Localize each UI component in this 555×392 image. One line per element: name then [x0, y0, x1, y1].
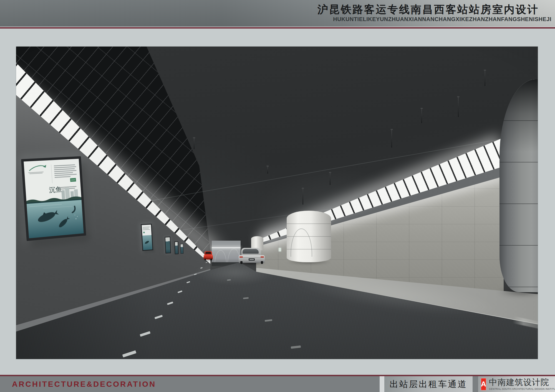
brand-text: ARCHITECTURE&DECORATION — [12, 380, 156, 389]
header-divider-maroon — [0, 27, 555, 29]
institute-names: 中南建筑设计院 CENTRAL-SOUTH ARCHITECTURAL DESI… — [489, 378, 555, 390]
vignette-overlay — [16, 47, 538, 359]
institute-name-en: CENTRAL-SOUTH ARCHITECTURAL DESIGN INSTI… — [489, 388, 555, 390]
footer-band: ARCHITECTURE&DECORATION 出站层出租车通道 A 中南建筑设… — [0, 376, 555, 392]
rendering-image: 沉鱼 — [16, 47, 538, 359]
drawing-caption: 出站层出租车通道 — [390, 378, 467, 390]
page-title: 沪昆铁路客运专线南昌西客站站房室内设计 — [317, 2, 539, 17]
institute-name-cn: 中南建筑设计院 — [489, 378, 555, 386]
caption-panel: 出站层出租车通道 — [384, 376, 473, 392]
institute-logo: A — [481, 378, 486, 390]
header-band: 沪昆铁路客运专线南昌西客站站房室内设计 HUKUNTIELIKEYUNZHUAN… — [0, 0, 555, 27]
institute-panel: A 中南建筑设计院 CENTRAL-SOUTH ARCHITECTURAL DE… — [478, 376, 555, 392]
footer-separator — [380, 376, 384, 392]
page-title-pinyin: HUKUNTIELIKEYUNZHUANXIANNANCHANGXIKEZHAN… — [333, 16, 551, 22]
